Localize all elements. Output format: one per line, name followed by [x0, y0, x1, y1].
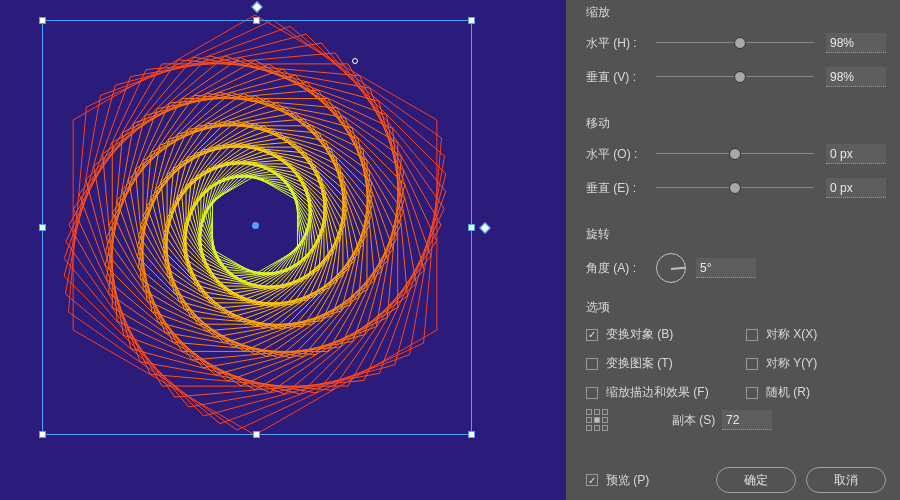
center-point[interactable] — [252, 222, 259, 229]
label-angle: 角度 (A) : — [586, 260, 656, 277]
input-move-h[interactable] — [826, 144, 886, 164]
slider-scale-h[interactable] — [656, 33, 814, 53]
input-move-v[interactable] — [826, 178, 886, 198]
chk-preview[interactable]: 预览 (P) — [586, 472, 649, 489]
registration-point[interactable] — [352, 58, 358, 64]
cancel-button[interactable]: 取消 — [806, 467, 886, 493]
section-title-move: 移动 — [580, 115, 886, 132]
chk-scale-strokes[interactable]: 缩放描边和效果 (F) — [586, 384, 746, 401]
slider-move-h[interactable] — [656, 144, 814, 164]
section-options: 选项 变换对象 (B) 对称 X(X) 变换图案 (T) 对称 Y(Y) 缩放描… — [580, 299, 886, 431]
label-move-v: 垂直 (E) : — [586, 180, 656, 197]
label-move-h: 水平 (O) : — [586, 146, 656, 163]
section-title-scale: 缩放 — [580, 4, 886, 21]
chk-mirror-y[interactable]: 对称 Y(Y) — [746, 355, 866, 372]
label-copies: 副本 (S) — [672, 412, 715, 429]
angle-dial[interactable] — [656, 253, 686, 283]
canvas-area[interactable] — [0, 0, 566, 500]
transform-each-panel: 缩放 水平 (H) : 垂直 (V) : 移动 水平 (O) : 垂直 (E) … — [566, 0, 900, 500]
chk-transform-object[interactable]: 变换对象 (B) — [586, 326, 746, 343]
chk-mirror-x[interactable]: 对称 X(X) — [746, 326, 866, 343]
slider-scale-v[interactable] — [656, 67, 814, 87]
reference-point-grid[interactable] — [586, 409, 608, 431]
section-rotate: 旋转 角度 (A) : — [580, 226, 886, 283]
dialog-footer: 预览 (P) 确定 取消 — [580, 467, 886, 493]
chk-random[interactable]: 随机 (R) — [746, 384, 866, 401]
chk-transform-pattern[interactable]: 变换图案 (T) — [586, 355, 746, 372]
section-title-options: 选项 — [580, 299, 886, 316]
input-scale-v[interactable] — [826, 67, 886, 87]
input-scale-h[interactable] — [826, 33, 886, 53]
label-scale-h: 水平 (H) : — [586, 35, 656, 52]
ok-button[interactable]: 确定 — [716, 467, 796, 493]
section-scale: 缩放 水平 (H) : 垂直 (V) : — [580, 4, 886, 99]
label-scale-v: 垂直 (V) : — [586, 69, 656, 86]
slider-move-v[interactable] — [656, 178, 814, 198]
section-move: 移动 水平 (O) : 垂直 (E) : — [580, 115, 886, 210]
input-angle[interactable] — [696, 258, 756, 278]
spiral-artwork[interactable] — [0, 0, 566, 500]
input-copies[interactable] — [722, 410, 772, 430]
section-title-rotate: 旋转 — [580, 226, 886, 243]
